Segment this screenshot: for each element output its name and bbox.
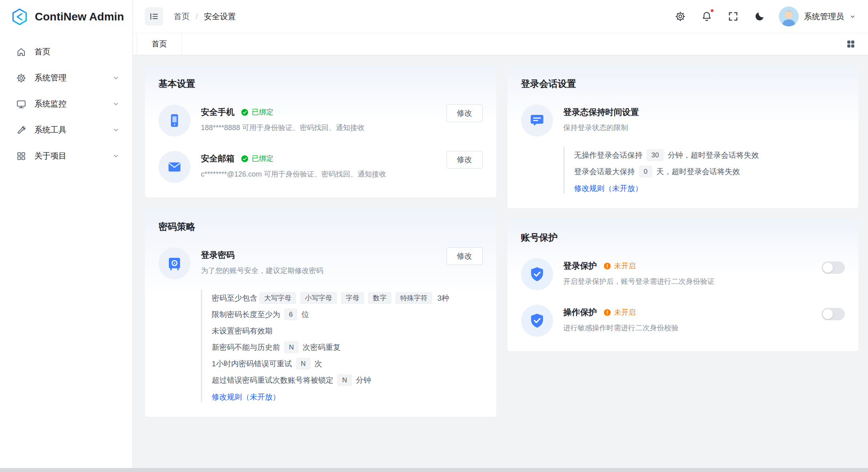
notifications-button[interactable] (700, 9, 714, 24)
phone-icon (158, 104, 190, 137)
login-protection-toggle[interactable] (822, 261, 845, 274)
login-protection-item: 登录保护 未开启 开启登录保护后，账号登录需进行二次身份验证 (521, 258, 845, 290)
settings-button[interactable] (673, 9, 688, 24)
breadcrumb-home[interactable]: 首页 (174, 11, 190, 22)
gear-icon (675, 11, 686, 22)
user-menu[interactable]: 系统管理员 (779, 6, 856, 26)
breadcrumb-current: 安全设置 (204, 11, 236, 22)
rule-text: 未设置密码有效期 (212, 327, 273, 335)
tab-label: 首页 (152, 39, 167, 49)
sidebar-item-label: 系统监控 (34, 98, 104, 109)
tab-bar: 首页 (133, 33, 868, 55)
item-title: 登录保护 (563, 260, 597, 271)
sidebar-item-system-monitor[interactable]: 系统监控 (0, 91, 132, 117)
topbar-actions: 系统管理员 (673, 6, 856, 26)
session-keep-item: 登录态保持时间设置 保持登录状态的限制 (521, 104, 845, 137)
password-expire-rule: 未设置密码有效期 (212, 323, 483, 339)
content-area: 基本设置 安全手机 (133, 55, 868, 472)
home-icon (16, 47, 26, 57)
item-description: 188****8888 可用于身份验证、密码找回、通知接收 (201, 123, 439, 133)
item-title: 登录态保持时间设置 (563, 106, 639, 118)
topbar: 首页 / 安全设置 (133, 0, 868, 33)
password-history-rule: 新密码不能与历史前N次密码重复 (212, 339, 483, 356)
rule-text: 超过错误密码重试次数账号将被锁定 (212, 376, 333, 384)
mail-icon (158, 151, 190, 183)
right-column: 登录会话设置 登录态保持时间设置 保持登录状态的限 (507, 66, 859, 472)
status-badge: 已绑定 (241, 154, 273, 163)
modify-email-button[interactable]: 修改 (447, 151, 483, 169)
item-title: 安全手机 (201, 106, 235, 118)
rule-value-pill: 30 (647, 149, 664, 161)
notification-badge-dot (710, 8, 714, 13)
card-title: 密码策略 (158, 221, 483, 233)
rule-value-pill: N (284, 341, 299, 353)
rule-text: 1小时内密码错误可重试 (212, 360, 292, 368)
rule-value-pill: 0 (639, 166, 652, 177)
shield-check-icon (521, 305, 553, 337)
warning-circle-icon (603, 309, 611, 316)
sidebar-item-home[interactable]: 首页 (0, 39, 132, 65)
rule-value-pill: N (337, 374, 352, 386)
toggle-knob (823, 263, 833, 273)
sidebar-item-about-project[interactable]: 关于项目 (0, 143, 132, 169)
card-title: 登录会话设置 (521, 78, 845, 90)
breadcrumb: 首页 / 安全设置 (174, 11, 236, 22)
rule-text: 新密码不能与历史前 (212, 343, 280, 351)
status-text: 未开启 (614, 307, 636, 317)
logo-icon (10, 8, 29, 26)
rule-text: 登录会话最大保持 (574, 167, 635, 176)
moon-icon (754, 11, 765, 22)
rule-text: 位 (301, 310, 309, 319)
modify-password-rules-link[interactable]: 修改规则（未开放） (212, 392, 280, 402)
rule-value-pill: N (296, 358, 311, 370)
dark-mode-button[interactable] (752, 9, 767, 24)
password-retry-rule: 1小时内密码错误可重试N次 (212, 356, 483, 372)
card-session-settings: 登录会话设置 登录态保持时间设置 保持登录状态的限 (507, 66, 859, 208)
user-name: 系统管理员 (804, 11, 844, 22)
app-title: ContiNew Admin (35, 10, 124, 23)
status-text: 已绑定 (252, 107, 273, 117)
operation-protection-toggle[interactable] (822, 308, 845, 320)
rule-value-pill: 6 (284, 309, 297, 320)
sidebar-item-label: 系统工具 (34, 125, 104, 135)
security-phone-item: 安全手机 已绑定 188****8888 可用于身份验证、密码找回、通知接收 (158, 104, 483, 137)
item-title: 登录密码 (201, 249, 235, 261)
tab-actions-button[interactable] (844, 37, 858, 51)
toggle-knob (823, 309, 833, 319)
status-badge: 未开启 (603, 307, 636, 317)
safe-icon (158, 247, 190, 279)
modify-session-rules-link[interactable]: 修改规则（未开放） (574, 183, 643, 194)
left-column: 基本设置 安全手机 (145, 66, 496, 472)
item-description: 为了您的账号安全，建议定期修改密码 (201, 265, 439, 276)
item-title: 操作保护 (563, 307, 597, 318)
horizontal-scrollbar[interactable] (0, 468, 868, 472)
sidebar-item-system-management[interactable]: 系统管理 (0, 65, 132, 91)
fullscreen-button[interactable] (726, 9, 740, 24)
sidebar-item-system-tools[interactable]: 系统工具 (0, 117, 132, 143)
shield-check-icon (521, 258, 553, 290)
main-area: 首页 / 安全设置 (133, 0, 868, 472)
monitor-icon (16, 99, 26, 109)
sidebar-item-label: 首页 (34, 46, 120, 57)
chevron-down-icon (849, 13, 856, 20)
rule-tag: 字母 (341, 292, 364, 304)
app-logo[interactable]: ContiNew Admin (0, 0, 132, 33)
grid-icon (16, 151, 26, 161)
status-text: 未开启 (614, 261, 636, 271)
modify-password-button[interactable]: 修改 (447, 247, 483, 265)
avatar (779, 6, 799, 26)
fullscreen-icon (728, 11, 739, 22)
chevron-down-icon (112, 152, 120, 160)
rule-text: 分钟 (356, 376, 371, 384)
chevron-down-icon (112, 100, 120, 108)
card-basic-settings: 基本设置 安全手机 (145, 66, 496, 197)
rule-tag: 数字 (368, 292, 391, 304)
chevron-down-icon (112, 74, 120, 82)
session-idle-rule: 无操作登录会话保持30分钟，超时登录会话将失效 (574, 147, 845, 163)
tab-home[interactable]: 首页 (137, 33, 182, 55)
status-badge: 已绑定 (241, 107, 273, 117)
card-title: 账号保护 (521, 231, 845, 244)
collapse-sidebar-button[interactable] (145, 7, 163, 26)
rule-tag: 特殊字符 (395, 292, 432, 304)
modify-phone-button[interactable]: 修改 (447, 104, 483, 122)
